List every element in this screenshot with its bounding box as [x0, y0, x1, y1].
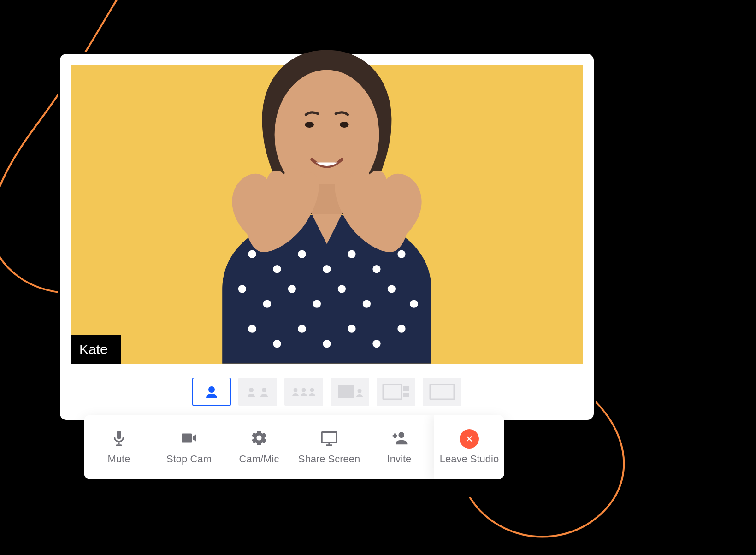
svg-point-2 — [248, 250, 256, 258]
svg-point-27 — [249, 388, 254, 392]
svg-point-4 — [298, 250, 306, 258]
svg-point-5 — [323, 265, 331, 273]
layout-screen-small-thumb[interactable] — [331, 378, 369, 406]
stop-cam-button[interactable]: Stop Cam — [154, 415, 224, 479]
svg-rect-40 — [322, 432, 337, 442]
participant-video — [135, 35, 519, 364]
svg-point-33 — [358, 389, 362, 393]
svg-point-15 — [388, 285, 396, 293]
add-user-icon — [390, 429, 408, 449]
svg-point-6 — [348, 250, 355, 258]
svg-point-19 — [298, 325, 306, 333]
svg-point-20 — [323, 340, 331, 348]
svg-point-43 — [398, 432, 404, 438]
stop-cam-label: Stop Cam — [166, 453, 212, 465]
svg-rect-39 — [116, 444, 122, 446]
svg-point-29 — [294, 388, 298, 392]
control-toolbar: Mute Stop Cam Cam/Mic Share Screen Invit… — [84, 415, 504, 479]
gear-icon — [250, 429, 268, 449]
layout-single[interactable] — [192, 378, 231, 406]
leave-studio-button[interactable]: Leave Studio — [434, 415, 504, 479]
microphone-icon — [110, 429, 128, 449]
layout-screen-full-thumb[interactable] — [423, 378, 461, 406]
svg-rect-37 — [430, 384, 454, 399]
svg-point-3 — [273, 265, 281, 273]
participant-name: Kate — [79, 342, 108, 357]
video-window: Kate — [58, 52, 596, 422]
svg-point-30 — [302, 388, 306, 392]
cam-mic-settings-button[interactable]: Cam/Mic — [224, 415, 294, 479]
svg-point-8 — [397, 250, 405, 258]
svg-point-18 — [273, 340, 281, 348]
layout-screen-side-thumb[interactable] — [377, 378, 415, 406]
screen-share-icon — [320, 429, 338, 449]
svg-rect-32 — [338, 385, 354, 398]
svg-point-16 — [410, 300, 418, 308]
share-screen-label: Share Screen — [298, 453, 360, 465]
svg-point-28 — [262, 388, 266, 392]
svg-point-22 — [372, 340, 380, 348]
camera-icon — [180, 429, 198, 449]
svg-point-10 — [263, 300, 271, 308]
layout-picker — [60, 378, 594, 406]
svg-point-24 — [305, 122, 313, 128]
svg-point-12 — [313, 300, 321, 308]
svg-point-13 — [338, 285, 346, 293]
layout-three-up[interactable] — [284, 378, 323, 406]
video-feed: Kate — [71, 65, 583, 364]
svg-point-23 — [397, 325, 405, 333]
share-screen-button[interactable]: Share Screen — [294, 415, 364, 479]
close-icon — [460, 429, 479, 449]
cam-mic-label: Cam/Mic — [239, 453, 279, 465]
mute-button[interactable]: Mute — [84, 415, 154, 479]
svg-point-25 — [340, 122, 348, 128]
mute-label: Mute — [108, 453, 130, 465]
leave-label: Leave Studio — [440, 453, 499, 465]
svg-point-31 — [310, 388, 314, 392]
svg-point-7 — [372, 265, 380, 273]
layout-two-up[interactable] — [238, 378, 277, 406]
svg-point-17 — [248, 325, 256, 333]
svg-point-14 — [363, 300, 371, 308]
participant-name-tag: Kate — [71, 335, 121, 364]
svg-point-21 — [348, 325, 355, 333]
svg-point-11 — [288, 285, 296, 293]
svg-point-9 — [238, 285, 246, 293]
svg-rect-38 — [118, 443, 119, 445]
svg-rect-35 — [403, 386, 409, 391]
invite-button[interactable]: Invite — [364, 415, 434, 479]
svg-point-26 — [208, 386, 215, 393]
svg-rect-36 — [403, 393, 409, 397]
svg-rect-34 — [383, 384, 402, 399]
invite-label: Invite — [387, 453, 412, 465]
